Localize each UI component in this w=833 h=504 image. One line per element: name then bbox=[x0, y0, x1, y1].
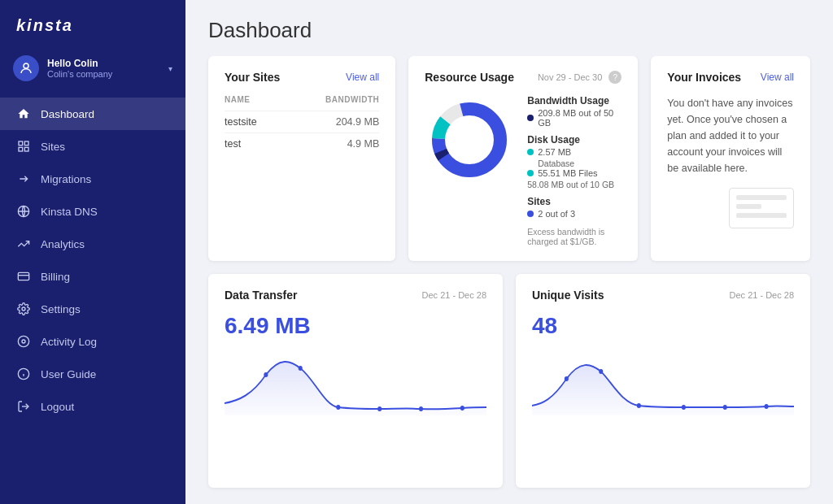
sidebar-label-analytics: Analytics bbox=[41, 238, 85, 250]
sidebar-label-sites: Sites bbox=[41, 141, 65, 153]
sites-icon bbox=[16, 139, 31, 154]
bandwidth-label: Bandwidth Usage bbox=[527, 95, 621, 106]
svg-rect-3 bbox=[19, 147, 23, 151]
bandwidth-legend: Bandwidth Usage 209.8 MB out of 50 GB bbox=[527, 95, 621, 128]
database-label: Database bbox=[527, 159, 574, 168]
invoice-placeholder bbox=[729, 188, 794, 228]
database-dot bbox=[527, 170, 534, 176]
database-value: 55.51 MB Files bbox=[538, 168, 597, 178]
resource-content: Bandwidth Usage 209.8 MB out of 50 GB Di… bbox=[425, 95, 621, 246]
sidebar-item-logout[interactable]: Logout bbox=[0, 390, 185, 423]
data-transfer-title: Data Transfer bbox=[225, 289, 297, 302]
dashboard-content: Your Sites View all NAME BANDWIDTH tests… bbox=[185, 56, 833, 504]
svg-point-27 bbox=[682, 405, 686, 410]
site-bandwidth-2: 4.9 MB bbox=[282, 133, 379, 155]
home-icon bbox=[16, 106, 31, 121]
data-transfer-header: Data Transfer Dec 21 - Dec 28 bbox=[225, 289, 486, 302]
unique-visits-chart bbox=[532, 350, 794, 415]
sites-legend: Sites 2 out of 3 bbox=[527, 196, 621, 219]
svg-point-23 bbox=[460, 406, 464, 411]
svg-point-9 bbox=[22, 340, 25, 343]
sites-col-bandwidth: BANDWIDTH bbox=[282, 95, 379, 111]
sites-card: Your Sites View all NAME BANDWIDTH tests… bbox=[208, 56, 395, 261]
unique-visits-title: Unique Visits bbox=[532, 289, 604, 302]
sidebar-label-settings: Settings bbox=[41, 303, 81, 315]
sidebar-item-kinsta-dns[interactable]: Kinsta DNS bbox=[0, 195, 185, 228]
logo: Kinsta bbox=[0, 0, 185, 47]
sidebar-item-settings[interactable]: Settings bbox=[0, 293, 185, 325]
logout-icon bbox=[16, 399, 31, 414]
data-transfer-value: 6.49 MB bbox=[225, 313, 486, 339]
sites-view-all-link[interactable]: View all bbox=[346, 72, 379, 83]
invoice-line-3 bbox=[736, 213, 787, 218]
user-company: Colin's company bbox=[47, 69, 160, 79]
sidebar-item-user-guide[interactable]: User Guide bbox=[0, 358, 185, 390]
svg-point-21 bbox=[377, 406, 382, 411]
svg-point-29 bbox=[765, 404, 769, 409]
unique-visits-card: Unique Visits Dec 21 - Dec 28 48 bbox=[516, 274, 810, 488]
main-content: Dashboard Your Sites View all NAME BANDW… bbox=[185, 0, 833, 504]
bottom-cards-row: Data Transfer Dec 21 - Dec 28 6.49 MB bbox=[208, 274, 810, 488]
billing-icon bbox=[16, 269, 31, 284]
user-profile[interactable]: Hello Colin Colin's company ▾ bbox=[0, 47, 185, 93]
resource-legend: Bandwidth Usage 209.8 MB out of 50 GB Di… bbox=[527, 95, 621, 246]
sites-label: Sites bbox=[527, 196, 621, 207]
sidebar-item-dashboard[interactable]: Dashboard bbox=[0, 98, 185, 130]
sidebar-label-activity-log: Activity Log bbox=[41, 336, 97, 348]
svg-point-25 bbox=[599, 369, 603, 374]
invoice-line-1 bbox=[736, 195, 787, 200]
svg-point-18 bbox=[264, 372, 268, 377]
sidebar-label-logout: Logout bbox=[41, 401, 74, 413]
invoices-message: You don't have any invoices yet. Once yo… bbox=[667, 95, 794, 176]
svg-rect-1 bbox=[19, 141, 23, 146]
info-icon[interactable]: ? bbox=[608, 71, 621, 84]
sidebar-label-dashboard: Dashboard bbox=[41, 108, 94, 120]
page-title: Dashboard bbox=[208, 18, 810, 43]
data-transfer-date: Dec 21 - Dec 28 bbox=[422, 290, 486, 300]
resource-date-range: Nov 29 - Dec 30 bbox=[538, 72, 602, 82]
migrations-icon bbox=[16, 172, 31, 186]
sidebar-label-billing: Billing bbox=[41, 271, 70, 283]
site-bandwidth-1: 204.9 MB bbox=[282, 111, 379, 133]
data-transfer-card: Data Transfer Dec 21 - Dec 28 6.49 MB bbox=[208, 274, 503, 488]
svg-point-26 bbox=[637, 403, 641, 408]
sidebar-item-activity-log[interactable]: Activity Log bbox=[0, 325, 185, 358]
sidebar-item-analytics[interactable]: Analytics bbox=[0, 228, 185, 260]
disk-value: 2.57 MB bbox=[538, 147, 571, 157]
svg-point-28 bbox=[723, 405, 727, 410]
sites-table: NAME BANDWIDTH testsite 204.9 MB test 4.… bbox=[225, 95, 379, 154]
table-row: testsite 204.9 MB bbox=[225, 111, 379, 133]
analytics-icon bbox=[16, 237, 31, 251]
resource-card-title: Resource Usage bbox=[425, 71, 514, 84]
invoices-card-header: Your Invoices View all bbox=[667, 71, 794, 84]
unique-visits-value: 48 bbox=[532, 313, 794, 339]
resource-card-header: Resource Usage Nov 29 - Dec 30 ? bbox=[425, 71, 621, 84]
disk-total: 58.08 MB out of 10 GB bbox=[527, 180, 621, 189]
page-header: Dashboard bbox=[185, 0, 833, 56]
sidebar-label-kinsta-dns: Kinsta DNS bbox=[41, 206, 98, 218]
dns-icon bbox=[16, 204, 31, 219]
chevron-down-icon: ▾ bbox=[168, 64, 172, 73]
sites-card-header: Your Sites View all bbox=[225, 71, 379, 84]
activity-log-icon bbox=[16, 334, 31, 349]
sidebar-label-migrations: Migrations bbox=[41, 173, 91, 185]
settings-icon bbox=[16, 302, 31, 316]
unique-visits-header: Unique Visits Dec 21 - Dec 28 bbox=[532, 289, 794, 302]
svg-point-20 bbox=[336, 405, 340, 410]
disk-dot bbox=[527, 149, 534, 155]
site-name-1: testsite bbox=[225, 111, 282, 133]
sidebar-item-sites[interactable]: Sites bbox=[0, 130, 185, 163]
disk-legend: Disk Usage 2.57 MB Database 55.51 MB Fil… bbox=[527, 134, 621, 189]
sidebar: Kinsta Hello Colin Colin's company ▾ Das… bbox=[0, 0, 185, 504]
bandwidth-dot bbox=[527, 115, 534, 121]
svg-point-22 bbox=[419, 406, 423, 411]
sites-card-title: Your Sites bbox=[225, 71, 280, 84]
sidebar-item-migrations[interactable]: Migrations bbox=[0, 163, 185, 195]
resource-header-right: Nov 29 - Dec 30 ? bbox=[538, 71, 621, 84]
unique-visits-date: Dec 21 - Dec 28 bbox=[730, 290, 794, 300]
invoices-view-all-link[interactable]: View all bbox=[761, 72, 794, 83]
sidebar-item-billing[interactable]: Billing bbox=[0, 260, 185, 293]
invoice-line-2 bbox=[736, 204, 761, 209]
sites-dot bbox=[527, 211, 534, 217]
invoices-card-title: Your Invoices bbox=[667, 71, 741, 84]
